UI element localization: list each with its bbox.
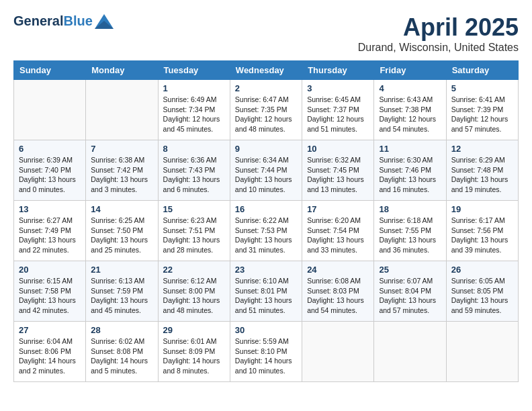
calendar-cell: 21Sunrise: 6:13 AMSunset: 7:59 PMDayligh… [86, 261, 158, 322]
calendar-cell: 11Sunrise: 6:30 AMSunset: 7:46 PMDayligh… [374, 140, 446, 201]
calendar-cell [302, 322, 374, 382]
weekday-header-row: SundayMondayTuesdayWednesdayThursdayFrid… [14, 61, 519, 80]
day-content: Sunrise: 5:59 AMSunset: 8:10 PMDaylight:… [235, 336, 297, 376]
calendar-cell: 22Sunrise: 6:12 AMSunset: 8:00 PMDayligh… [158, 261, 230, 322]
calendar-cell: 29Sunrise: 6:01 AMSunset: 8:09 PMDayligh… [158, 322, 230, 382]
day-content: Sunrise: 6:01 AMSunset: 8:09 PMDaylight:… [163, 336, 225, 376]
day-number: 9 [235, 144, 297, 154]
day-content: Sunrise: 6:07 AMSunset: 8:04 PMDaylight:… [379, 276, 441, 316]
logo-icon [95, 14, 114, 29]
day-number: 17 [307, 204, 369, 214]
day-number: 23 [235, 265, 297, 275]
day-number: 6 [19, 144, 81, 154]
calendar-cell: 16Sunrise: 6:22 AMSunset: 7:53 PMDayligh… [230, 201, 302, 261]
calendar-cell [86, 80, 158, 140]
day-number: 19 [451, 204, 513, 214]
logo-general: General [13, 13, 63, 29]
day-number: 13 [19, 204, 81, 214]
calendar-cell: 15Sunrise: 6:23 AMSunset: 7:51 PMDayligh… [158, 201, 230, 261]
day-number: 15 [163, 204, 225, 214]
calendar-cell: 7Sunrise: 6:38 AMSunset: 7:42 PMDaylight… [86, 140, 158, 201]
calendar-cell: 28Sunrise: 6:02 AMSunset: 8:08 PMDayligh… [86, 322, 158, 382]
day-content: Sunrise: 6:22 AMSunset: 7:53 PMDaylight:… [235, 216, 297, 255]
calendar-cell: 17Sunrise: 6:20 AMSunset: 7:54 PMDayligh… [302, 201, 374, 261]
calendar-week-1: 1Sunrise: 6:49 AMSunset: 7:34 PMDaylight… [14, 80, 519, 140]
month-title: April 2025 [358, 13, 519, 42]
day-content: Sunrise: 6:38 AMSunset: 7:42 PMDaylight:… [91, 155, 152, 195]
day-number: 4 [379, 83, 441, 93]
day-content: Sunrise: 6:20 AMSunset: 7:54 PMDaylight:… [307, 216, 369, 255]
day-number: 26 [451, 265, 513, 275]
calendar-cell: 30Sunrise: 5:59 AMSunset: 8:10 PMDayligh… [230, 322, 302, 382]
day-content: Sunrise: 6:18 AMSunset: 7:55 PMDaylight:… [379, 216, 441, 255]
calendar-cell: 1Sunrise: 6:49 AMSunset: 7:34 PMDaylight… [158, 80, 230, 140]
day-content: Sunrise: 6:13 AMSunset: 7:59 PMDaylight:… [91, 276, 152, 316]
calendar-cell: 12Sunrise: 6:29 AMSunset: 7:48 PMDayligh… [446, 140, 518, 201]
day-number: 3 [307, 83, 369, 93]
day-number: 12 [451, 144, 513, 154]
day-number: 22 [163, 265, 225, 275]
calendar-cell: 13Sunrise: 6:27 AMSunset: 7:49 PMDayligh… [14, 201, 86, 261]
calendar-cell: 6Sunrise: 6:39 AMSunset: 7:40 PMDaylight… [14, 140, 86, 201]
day-number: 8 [163, 144, 225, 154]
day-content: Sunrise: 6:12 AMSunset: 8:00 PMDaylight:… [163, 276, 225, 316]
day-number: 10 [307, 144, 369, 154]
calendar-cell: 24Sunrise: 6:08 AMSunset: 8:03 PMDayligh… [302, 261, 374, 322]
calendar-cell: 20Sunrise: 6:15 AMSunset: 7:58 PMDayligh… [14, 261, 86, 322]
day-content: Sunrise: 6:29 AMSunset: 7:48 PMDaylight:… [451, 155, 513, 195]
day-content: Sunrise: 6:41 AMSunset: 7:39 PMDaylight:… [451, 95, 513, 134]
calendar-cell: 25Sunrise: 6:07 AMSunset: 8:04 PMDayligh… [374, 261, 446, 322]
calendar-week-5: 27Sunrise: 6:04 AMSunset: 8:06 PMDayligh… [14, 322, 519, 382]
day-content: Sunrise: 6:10 AMSunset: 8:01 PMDaylight:… [235, 276, 297, 316]
calendar-cell [14, 80, 86, 140]
weekday-header-thursday: Thursday [302, 61, 374, 80]
weekday-header-saturday: Saturday [446, 61, 518, 80]
day-content: Sunrise: 6:34 AMSunset: 7:44 PMDaylight:… [235, 155, 297, 195]
calendar-cell: 10Sunrise: 6:32 AMSunset: 7:45 PMDayligh… [302, 140, 374, 201]
day-number: 16 [235, 204, 297, 214]
calendar-cell: 4Sunrise: 6:43 AMSunset: 7:38 PMDaylight… [374, 80, 446, 140]
calendar-table: SundayMondayTuesdayWednesdayThursdayFrid… [13, 60, 519, 382]
day-number: 27 [19, 325, 81, 335]
day-number: 20 [19, 265, 81, 275]
calendar-cell: 18Sunrise: 6:18 AMSunset: 7:55 PMDayligh… [374, 201, 446, 261]
day-number: 14 [91, 204, 152, 214]
day-content: Sunrise: 6:27 AMSunset: 7:49 PMDaylight:… [19, 216, 81, 255]
logo-blue: Blue [63, 13, 92, 29]
weekday-header-sunday: Sunday [14, 61, 86, 80]
day-content: Sunrise: 6:05 AMSunset: 8:05 PMDaylight:… [451, 276, 513, 316]
calendar-cell: 9Sunrise: 6:34 AMSunset: 7:44 PMDaylight… [230, 140, 302, 201]
day-number: 28 [91, 325, 152, 335]
day-content: Sunrise: 6:25 AMSunset: 7:50 PMDaylight:… [91, 216, 152, 255]
day-number: 2 [235, 83, 297, 93]
calendar-cell [446, 322, 518, 382]
logo: General Blue [13, 13, 114, 29]
calendar-week-2: 6Sunrise: 6:39 AMSunset: 7:40 PMDaylight… [14, 140, 519, 201]
calendar-cell: 26Sunrise: 6:05 AMSunset: 8:05 PMDayligh… [446, 261, 518, 322]
weekday-header-monday: Monday [86, 61, 158, 80]
day-content: Sunrise: 6:43 AMSunset: 7:38 PMDaylight:… [379, 95, 441, 134]
day-content: Sunrise: 6:04 AMSunset: 8:06 PMDaylight:… [19, 336, 81, 376]
calendar-cell: 19Sunrise: 6:17 AMSunset: 7:56 PMDayligh… [446, 201, 518, 261]
day-number: 25 [379, 265, 441, 275]
calendar-cell: 5Sunrise: 6:41 AMSunset: 7:39 PMDaylight… [446, 80, 518, 140]
calendar-cell: 27Sunrise: 6:04 AMSunset: 8:06 PMDayligh… [14, 322, 86, 382]
day-number: 11 [379, 144, 441, 154]
day-number: 29 [163, 325, 225, 335]
day-number: 24 [307, 265, 369, 275]
day-number: 18 [379, 204, 441, 214]
location: Durand, Wisconsin, United States [358, 42, 519, 54]
calendar-week-3: 13Sunrise: 6:27 AMSunset: 7:49 PMDayligh… [14, 201, 519, 261]
weekday-header-friday: Friday [374, 61, 446, 80]
day-number: 1 [163, 83, 225, 93]
day-content: Sunrise: 6:45 AMSunset: 7:37 PMDaylight:… [307, 95, 369, 134]
day-content: Sunrise: 6:39 AMSunset: 7:40 PMDaylight:… [19, 155, 81, 195]
day-content: Sunrise: 6:23 AMSunset: 7:51 PMDaylight:… [163, 216, 225, 255]
calendar-cell: 8Sunrise: 6:36 AMSunset: 7:43 PMDaylight… [158, 140, 230, 201]
calendar-cell [374, 322, 446, 382]
day-number: 7 [91, 144, 152, 154]
day-content: Sunrise: 6:08 AMSunset: 8:03 PMDaylight:… [307, 276, 369, 316]
title-block: April 2025 Durand, Wisconsin, United Sta… [358, 13, 519, 54]
day-content: Sunrise: 6:49 AMSunset: 7:34 PMDaylight:… [163, 95, 225, 134]
day-content: Sunrise: 6:47 AMSunset: 7:35 PMDaylight:… [235, 95, 297, 134]
